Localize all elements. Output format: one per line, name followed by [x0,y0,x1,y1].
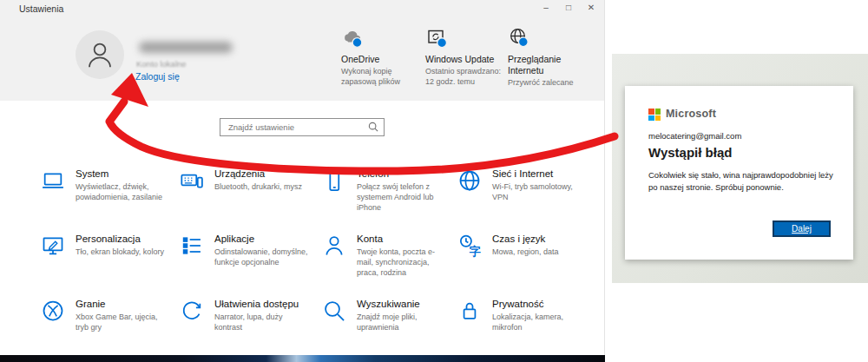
user-name-redacted [139,42,233,53]
category-subtitle: Odinstalowanie, domyślne, funkcje opcjon… [214,247,312,267]
account-type-label: Konto lokalne [136,59,187,69]
person-icon [82,36,118,73]
dialog-body-text: Cokolwiek się stało, wina najprawdopodob… [648,169,834,194]
category-search[interactable]: Wyszukiwanie Znajdź moje pliki, uprawnie… [316,292,451,357]
category-title: Urządzenia [214,168,302,179]
category-title: Czas i język [492,234,559,244]
category-title: System [76,168,173,179]
category-title: Konta [357,234,451,244]
category-time-language[interactable]: 字 Czas i język Mowa, region, data [451,227,604,292]
sign-in-link[interactable]: Zaloguj się [135,71,180,82]
category-subtitle: Znajdź moje pliki, uprawnienia [357,312,451,332]
category-subtitle: Bluetooth, drukarki, mysz [214,181,302,192]
category-subtitle: Twoje konta, poczta e-mail, synchronizac… [357,247,451,278]
category-subtitle: Tło, ekran blokady, kolory [76,247,164,257]
category-title: Ułatwienia dostępu [214,299,312,309]
svg-text:字: 字 [469,245,481,258]
settings-category-grid: System Wyświetlacz, dźwięk, powiadomieni… [35,161,604,357]
dialog-email: melocatering@gmail.com [648,131,741,141]
microsoft-brand-label: Microsoft [666,108,716,120]
status-title: Windows Update [425,54,508,65]
category-subtitle: Wyświetlacz, dźwięk, powiadomienia, zasi… [76,181,173,202]
minimize-button[interactable]: – [535,0,557,16]
category-apps[interactable]: Aplikacje Odinstalowanie, domyślne, funk… [174,227,316,292]
microsoft-logo-icon [648,109,661,121]
time-language-icon: 字 [457,234,483,292]
close-button[interactable]: ✕ [580,0,602,16]
category-personalization[interactable]: Personalizacja Tło, ekran blokady, kolor… [35,227,174,292]
maximize-button[interactable]: □ [557,0,580,16]
network-globe-icon [457,168,483,227]
settings-window: Ustawienia – □ ✕ Konto lokalne Zaloguj s… [0,0,605,355]
category-phone[interactable]: Telefon Połącz swój telefon z systemem A… [316,161,451,227]
system-laptop-icon [41,168,67,227]
ease-of-access-icon [180,299,206,357]
next-button[interactable]: Dalej [773,220,831,237]
category-subtitle: Xbox Game Bar, ujęcia, tryb gry [76,312,173,332]
category-subtitle: Połącz swój telefon z systemem Android l… [357,181,451,213]
category-subtitle: Lokalizacja, kamera, mikrofon [492,312,589,332]
accounts-person-icon [322,234,348,292]
category-subtitle: Narrator, lupa, duży kontrast [214,312,312,332]
status-subtitle: Przywróć zalecane [508,78,598,89]
category-subtitle: Mowa, region, data [492,247,559,257]
category-title: Aplikacje [214,234,312,244]
phone-icon [322,168,348,227]
window-controls: – □ ✕ [535,0,602,16]
privacy-lock-icon [457,299,483,357]
status-onedrive[interactable]: OneDrive Wykonaj kopię zapasową plików [341,28,424,88]
status-title: OneDrive [341,54,424,65]
category-ease-of-access[interactable]: Ułatwienia dostępu Narrator, lupa, duży … [174,292,316,357]
xbox-gaming-icon [41,299,67,357]
category-privacy[interactable]: Prywatność Lokalizacja, kamera, mikrofon [451,292,604,357]
category-devices[interactable]: Urządzenia Bluetooth, drukarki, mysz [174,161,316,227]
status-web-browsing[interactable]: Przeglądanie Internetu Przywróć zalecane [508,28,598,89]
category-subtitle: Wi-Fi, tryb samolotowy, VPN [492,181,589,202]
settings-header: Ustawienia – □ ✕ Konto lokalne Zaloguj s… [0,0,604,101]
desktop: Ustawienia – □ ✕ Konto lokalne Zaloguj s… [0,0,868,362]
avatar [76,30,124,79]
category-title: Telefon [357,168,451,179]
status-title: Przeglądanie Internetu [508,54,598,76]
category-accounts[interactable]: Konta Twoje konta, poczta e-mail, synchr… [316,227,451,292]
category-system[interactable]: System Wyświetlacz, dźwięk, powiadomieni… [35,161,174,227]
category-title: Prywatność [492,299,589,309]
status-windows-update[interactable]: Windows Update Ostatnio sprawdzano: 12 g… [425,28,508,88]
search-magnifier-icon [322,299,348,357]
window-title: Ustawienia [19,3,63,14]
desktop-wallpaper-strip [0,355,605,362]
apps-list-icon [180,234,206,292]
category-title: Sieć i Internet [492,168,589,179]
devices-keyboard-icon [180,168,206,227]
magnifier-icon [368,122,378,132]
category-title: Granie [76,299,173,309]
dialog-title: Wystąpił błąd [648,145,732,160]
onedrive-cloud-icon [341,28,424,49]
status-subtitle: Wykonaj kopię zapasową plików [341,67,424,87]
status-subtitle: Ostatnio sprawdzano: 12 godz. temu [425,67,508,87]
category-network[interactable]: Sieć i Internet Wi-Fi, tryb samolotowy, … [451,161,604,227]
web-globe-icon [508,28,598,49]
error-dialog: Microsoft melocatering@gmail.com Wystąpi… [625,86,853,260]
personalization-icon [41,234,67,292]
category-title: Wyszukiwanie [357,299,451,309]
category-title: Personalizacja [76,234,164,244]
search-input[interactable] [220,118,385,136]
windows-update-icon [425,28,508,49]
settings-search [220,118,385,136]
category-gaming[interactable]: Granie Xbox Game Bar, ujęcia, tryb gry [35,292,174,357]
